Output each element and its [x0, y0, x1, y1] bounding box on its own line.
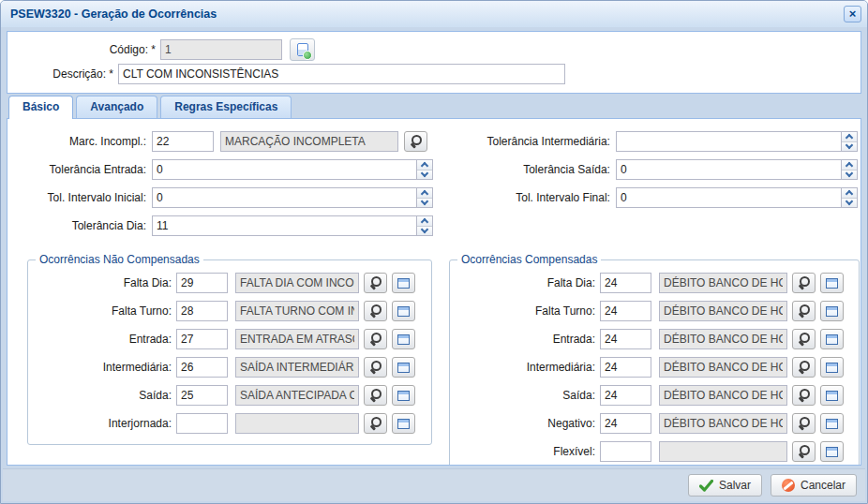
tolerancia-entrada-label: Tolerância Entrada:: [7, 163, 152, 176]
footer-toolbar: Salvar Cancelar: [3, 468, 865, 501]
search-button[interactable]: [792, 385, 816, 406]
occurrence-code-input[interactable]: [600, 301, 651, 321]
descricao-label: Descrição: *: [7, 67, 118, 81]
tol-intervalo-inicial-input[interactable]: [153, 188, 416, 207]
field-label: Intermediária:: [457, 361, 600, 374]
open-window-button[interactable]: [392, 413, 415, 434]
tolerancia-entrada-row: Tolerância Entrada:: [7, 156, 445, 184]
spinner: [841, 188, 857, 207]
cancel-icon: [782, 479, 795, 492]
open-window-button[interactable]: [820, 357, 844, 378]
negativo-row: Negativo:: [457, 409, 851, 437]
tolerancia-dia-input[interactable]: [153, 216, 416, 235]
search-button[interactable]: [792, 273, 816, 293]
open-window-button[interactable]: [820, 385, 844, 406]
interjornada-row: Interjornada:: [36, 409, 424, 437]
occurrence-code-input[interactable]: [600, 385, 651, 406]
save-button-label: Salvar: [719, 479, 751, 492]
saida-row: Saída:: [36, 381, 424, 409]
open-window-button[interactable]: [392, 273, 415, 293]
search-button[interactable]: [792, 301, 816, 321]
spinner-down-icon[interactable]: [417, 227, 432, 236]
search-button[interactable]: [364, 385, 387, 406]
open-window-button[interactable]: [820, 441, 844, 462]
search-button[interactable]: [364, 413, 387, 434]
window-title: PSEW3320 - Geração de Ocorrências: [10, 7, 217, 21]
occurrence-desc-field: [659, 273, 787, 293]
open-window-button[interactable]: [392, 357, 415, 378]
occurrence-code-input[interactable]: [176, 413, 228, 434]
occurrence-code-input[interactable]: [176, 329, 228, 349]
magnifier-icon: [798, 361, 811, 374]
occurrence-code-input[interactable]: [176, 301, 228, 321]
magnifier-icon: [369, 389, 382, 402]
occurrence-code-input[interactable]: [600, 441, 651, 462]
spinner-down-icon[interactable]: [417, 199, 432, 208]
search-button[interactable]: [792, 441, 816, 462]
cancel-button[interactable]: Cancelar: [771, 474, 857, 497]
occurrence-desc-field: [659, 357, 787, 378]
window-icon: [826, 419, 838, 429]
tab-basico[interactable]: Básico: [8, 96, 73, 119]
descricao-field[interactable]: [118, 64, 565, 84]
close-icon[interactable]: ×: [844, 6, 861, 22]
search-button[interactable]: [792, 329, 816, 349]
occurrence-code-input[interactable]: [176, 357, 228, 378]
occurrence-code-input[interactable]: [600, 413, 651, 434]
magnifier-icon: [369, 361, 382, 374]
marc-incompl-code-input[interactable]: [152, 131, 214, 152]
occurrence-desc-field: [659, 385, 787, 406]
open-window-button[interactable]: [392, 385, 415, 406]
codigo-label: Código: *: [7, 43, 160, 56]
tab-regras-especificas[interactable]: Regras Específicas: [160, 96, 292, 118]
falta-dia-row: Falta Dia:: [457, 269, 851, 297]
open-window-button[interactable]: [392, 329, 415, 349]
search-button[interactable]: [792, 413, 816, 434]
tol-intervalo-inicial-label: Tol. Intervalo Inicial:: [7, 191, 152, 204]
search-button[interactable]: [404, 131, 427, 152]
fieldset-legend: Ocorrências Não Compensadas: [36, 253, 203, 266]
search-button[interactable]: [364, 301, 387, 321]
spinner-down-icon[interactable]: [417, 170, 432, 180]
open-window-button[interactable]: [820, 273, 844, 293]
window-icon: [397, 419, 410, 429]
flexivel-row: Flexível:: [457, 437, 851, 466]
marc-incompl-desc-field: [220, 131, 398, 152]
tolerancia-intermediaria-input[interactable]: [617, 132, 841, 151]
search-button[interactable]: [364, 273, 387, 293]
open-window-button[interactable]: [820, 329, 844, 349]
magnifier-icon: [369, 333, 382, 346]
spinner-down-icon[interactable]: [842, 170, 857, 180]
occurrence-code-input[interactable]: [176, 273, 228, 293]
occurrence-desc-field: [659, 329, 787, 349]
occurrence-code-input[interactable]: [600, 357, 651, 378]
check-icon: [699, 480, 713, 492]
search-button[interactable]: [792, 357, 816, 378]
window-icon: [826, 447, 838, 457]
search-button[interactable]: [364, 357, 387, 378]
occurrence-code-input[interactable]: [600, 329, 651, 349]
spinner-down-icon[interactable]: [842, 142, 857, 152]
field-label: Flexível:: [457, 445, 600, 458]
tolerancia-entrada-input[interactable]: [153, 160, 416, 179]
spinner: [416, 216, 432, 235]
tol-intervalo-final-input[interactable]: [617, 188, 841, 207]
open-window-button[interactable]: [392, 301, 415, 321]
open-window-button[interactable]: [820, 413, 844, 434]
search-button[interactable]: [364, 329, 387, 349]
save-button[interactable]: Salvar: [688, 474, 762, 497]
cancel-button-label: Cancelar: [801, 479, 846, 492]
tolerance-form: Marc. Incompl.: Tolerância Entrada:: [7, 127, 861, 240]
spinner: [841, 160, 857, 179]
tab-avancado[interactable]: Avançado: [76, 96, 157, 118]
occurrence-desc-field: [235, 329, 359, 349]
open-window-button[interactable]: [820, 301, 844, 321]
tolerancia-dia-row: Tolerância Dia:: [7, 212, 445, 240]
fieldset-nao-compensadas: Ocorrências Não Compensadas Falta Dia: F…: [27, 253, 432, 445]
spinner-down-icon[interactable]: [842, 199, 857, 208]
occurrence-code-input[interactable]: [600, 273, 651, 293]
tolerancia-saida-input[interactable]: [617, 160, 841, 179]
occurrence-code-input[interactable]: [176, 385, 228, 406]
codigo-row: Código: *: [7, 37, 861, 62]
new-record-button[interactable]: [290, 38, 315, 61]
